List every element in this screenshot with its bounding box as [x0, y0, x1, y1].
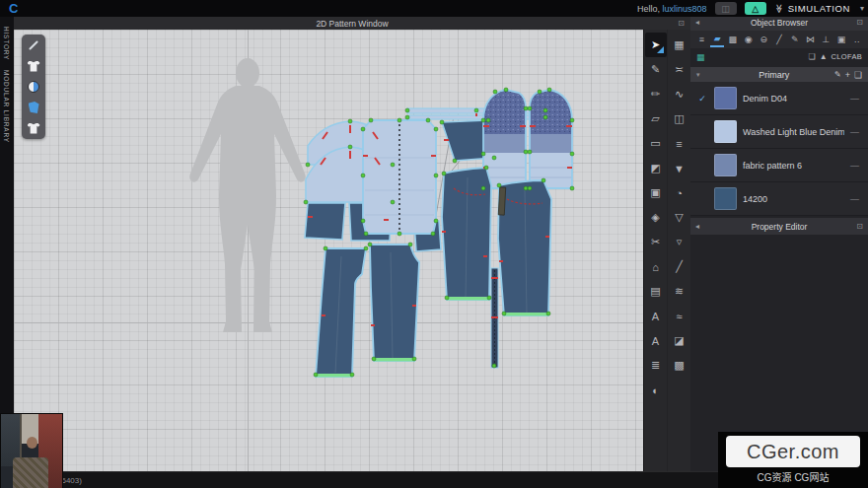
buttonhole-tab[interactable]: ⊖: [757, 32, 771, 47]
pin-garment-tool[interactable]: ▽: [669, 205, 690, 230]
show-3d-garment-icon[interactable]: [26, 59, 41, 73]
fabric-menu-icon[interactable]: —: [850, 94, 862, 104]
pattern-piece-short-left[interactable]: [305, 203, 345, 240]
fabric-view-icon[interactable]: [26, 101, 41, 114]
modular-library-tab[interactable]: MODULAR LIBRARY: [3, 70, 10, 143]
fabric-swatch[interactable]: [714, 87, 737, 109]
window-popout-icon[interactable]: ⊡: [678, 19, 685, 28]
zigzag-stitch-tool[interactable]: ≋: [669, 279, 690, 304]
scene-list-tab[interactable]: ≡: [694, 32, 709, 47]
fabric-row[interactable]: 14200—: [690, 182, 868, 216]
fabric-menu-icon[interactable]: —: [850, 194, 862, 204]
add-fabric-icon[interactable]: +: [845, 70, 850, 80]
pin-garment-tool-icon: ▽: [675, 211, 683, 224]
grading-tool[interactable]: ◪: [669, 328, 690, 353]
line-tool-icon[interactable]: [26, 38, 41, 52]
sewing-machine-tool[interactable]: ▦: [669, 33, 690, 57]
free-sewing-tool-icon: ∿: [675, 88, 684, 101]
library-folder-icon[interactable]: ❏: [809, 52, 816, 61]
fabric-stack-icon[interactable]: ▦: [696, 52, 705, 62]
seam-tape-tool[interactable]: ▤: [645, 279, 667, 304]
pe-popout-icon[interactable]: ⊡: [856, 222, 863, 231]
webcam-person-head: [27, 437, 37, 449]
dart-tool-icon: ◈: [651, 211, 659, 224]
transform-pattern-tool[interactable]: ➤: [645, 33, 667, 57]
grid-texture-tool[interactable]: ▩: [669, 353, 690, 378]
puller-tab[interactable]: ⊥: [819, 32, 833, 47]
new-folder-icon[interactable]: ❏: [854, 70, 862, 80]
zipper-tab[interactable]: ⋈: [803, 32, 818, 47]
fabric-library-row: ▦ ❏ ▲ CLOFAB: [690, 48, 868, 65]
fabric-menu-icon[interactable]: —: [850, 127, 862, 137]
dart-tool[interactable]: ◈: [645, 205, 667, 230]
rectangle-tool[interactable]: ▭: [645, 131, 667, 156]
grading-tool-icon: ◪: [674, 334, 684, 347]
fit-garment-icon[interactable]: [26, 121, 41, 135]
puckering-tab[interactable]: ✎: [787, 32, 802, 47]
segment-sewing-tool[interactable]: ≍: [669, 57, 690, 82]
show-avatar-icon[interactable]: [26, 80, 41, 94]
section-collapse-icon[interactable]: ▾: [696, 71, 700, 79]
fabric-row[interactable]: Washed Light Blue Denim—: [690, 115, 868, 149]
fabric-swatch[interactable]: [714, 187, 737, 210]
collapse-panel-icon[interactable]: ◂: [695, 18, 699, 27]
basting-tool[interactable]: ⌂: [645, 254, 667, 279]
history-tab[interactable]: HISTORY: [3, 27, 10, 60]
closet-connect-icon[interactable]: △: [745, 2, 766, 15]
pattern-piece-belt-strip[interactable]: [498, 187, 505, 215]
select-garment-tool[interactable]: ▼: [669, 156, 690, 180]
add-point-tool[interactable]: ✏: [645, 82, 667, 106]
m2m-sewing-tool-icon: ◫: [674, 112, 684, 125]
watermark: CGer.com CG资源 CG网站: [718, 432, 868, 488]
pattern-canvas-graphics[interactable]: [14, 30, 643, 471]
m2m-sewing-tool[interactable]: ◫: [669, 106, 690, 131]
polygon-tool[interactable]: ▱: [645, 106, 667, 131]
trace-tool[interactable]: ◩: [645, 156, 667, 180]
measure-tool[interactable]: ≈: [669, 304, 690, 328]
garment-fit-tool[interactable]: ▿: [669, 230, 690, 254]
dropdown-caret-icon[interactable]: ▾: [860, 4, 864, 13]
fabric-tab[interactable]: ▰: [710, 32, 725, 47]
cut-sew-tool[interactable]: ✂: [645, 230, 667, 254]
fold-arrangement-tool[interactable]: ◐: [645, 378, 667, 402]
steam-iron-tool[interactable]: ≡: [669, 131, 690, 156]
free-sewing-tool[interactable]: ∿: [669, 82, 690, 106]
text-tool-icon: A: [652, 335, 659, 347]
pattern-canvas[interactable]: [14, 30, 643, 471]
section-edit-icon[interactable]: ✎: [834, 70, 841, 79]
button-tab[interactable]: ◉: [741, 32, 756, 47]
pattern-outline-tool[interactable]: ▣: [645, 180, 667, 205]
view-palette: [22, 35, 45, 139]
swap-fabric-tool[interactable]: ◔: [669, 180, 690, 205]
panel-popout-icon[interactable]: ⊡: [856, 18, 863, 27]
pattern-piece-vest-right[interactable]: [525, 85, 579, 188]
fabric-row[interactable]: ✓Denim D04—: [690, 82, 868, 115]
pattern-piece-pant-leg-1[interactable]: [316, 248, 366, 377]
pe-collapse-icon[interactable]: ◂: [695, 222, 699, 231]
edit-pattern-tool[interactable]: ✎: [645, 57, 667, 82]
clo-logo[interactable]: C: [9, 0, 18, 17]
clofab-label[interactable]: CLOFAB: [832, 52, 862, 61]
fabric-menu-icon[interactable]: —: [850, 161, 862, 171]
fabric-name: Denim D04: [743, 94, 844, 104]
text-tool[interactable]: A: [645, 328, 667, 353]
select-garment-tool-icon: ▼: [674, 163, 685, 174]
pattern-piece-pant-leg-4[interactable]: [498, 180, 551, 315]
fabric-swatch[interactable]: [714, 154, 737, 176]
right-panel: ◂ Object Browser ⊡ ≡▰▩◉⊖╱✎⋈⊥▣‥ ▦ ❏ ▲ CLO…: [690, 14, 868, 488]
username[interactable]: luxlinus808: [663, 4, 707, 14]
pattern-piece-back-panel[interactable]: [363, 120, 436, 234]
overflow-tabs[interactable]: ‥: [849, 32, 864, 47]
stitch-line-tool[interactable]: ╱: [669, 254, 690, 279]
topstitch-tab[interactable]: ╱: [772, 32, 787, 47]
pattern-annotation-tool[interactable]: A: [645, 304, 667, 328]
primary-section-header[interactable]: ▾ Primary ✎ + ❏: [690, 67, 868, 82]
trim-tab[interactable]: ▣: [834, 32, 849, 47]
simulation-toggle[interactable]: ≫ SIMULATION: [774, 3, 850, 14]
graphic-tab[interactable]: ▩: [725, 32, 740, 47]
pattern-piece-pant-leg-2[interactable]: [370, 244, 419, 361]
pleats-tool[interactable]: ≣: [645, 353, 667, 378]
webcam-overlay: [0, 413, 63, 488]
fabric-swatch[interactable]: [714, 120, 737, 143]
fabric-row[interactable]: fabric pattern 6—: [690, 149, 868, 182]
